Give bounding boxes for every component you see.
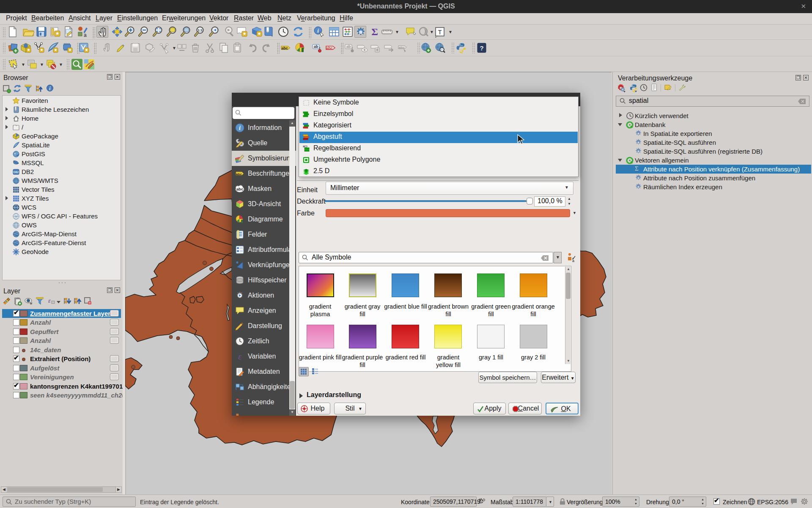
svg-text:abc: abc — [281, 46, 288, 50]
svg-text:V: V — [15, 215, 17, 218]
svg-text:ε: ε — [238, 352, 241, 361]
svg-text:a: a — [572, 259, 574, 263]
svg-text:1:1: 1:1 — [198, 28, 203, 32]
svg-text:abc: abc — [236, 172, 242, 176]
svg-text:ab: ab — [314, 44, 318, 49]
svg-text:abc: abc — [399, 46, 405, 50]
svg-text:ε: ε — [48, 297, 51, 304]
svg-text:DB2: DB2 — [13, 171, 19, 174]
svg-text:abc: abc — [236, 187, 243, 191]
svg-text:a: a — [84, 32, 87, 38]
svg-text:?: ? — [480, 44, 483, 52]
svg-text:i: i — [317, 28, 319, 34]
svg-text:Σ: Σ — [371, 26, 378, 37]
svg-text:abc: abc — [326, 46, 333, 50]
svg-text:ab: ab — [346, 44, 351, 49]
svg-text:i: i — [239, 125, 241, 131]
svg-text:T: T — [438, 28, 442, 36]
